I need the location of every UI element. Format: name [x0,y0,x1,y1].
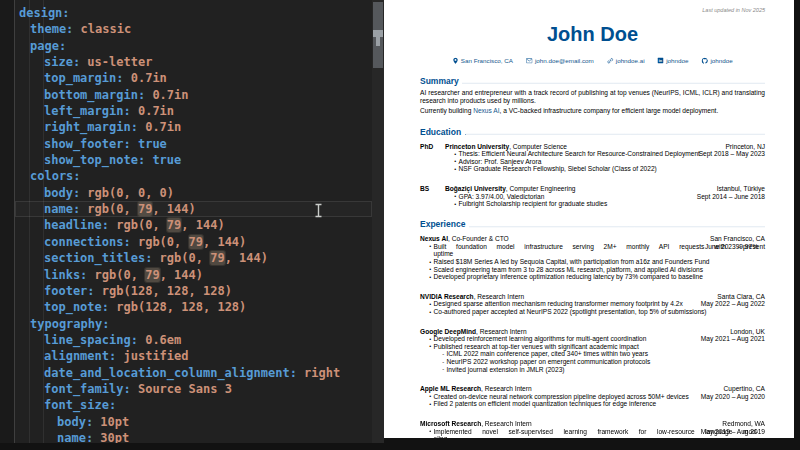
contact-linkedin[interactable]: injohndoe [658,57,689,64]
code-line[interactable]: top_margin: 0.7in [15,70,372,86]
yaml-value: 10pt [100,415,129,429]
code-line[interactable]: connections: rgb(0, 79, 144) [15,234,372,250]
yaml-key: name: [57,431,93,443]
yaml-key: show_footer: [44,137,131,151]
yaml-value: classic [81,22,132,36]
code-line[interactable]: line_spacing: 0.6em [15,332,372,348]
role-title: , Research Intern [481,420,532,428]
bullet-text: Published research at top-tier venues wi… [434,343,759,351]
bullet-item: •Filed 2 patents on efficient model quan… [427,400,758,408]
code-area[interactable]: design:theme: classicpage:size: us-lette… [15,5,372,443]
code-line[interactable]: show_top_note: true [15,152,372,168]
code-line[interactable]: alignment: justified [15,348,372,364]
company-name: Apple ML Research [420,385,481,393]
yaml-key: bottom_margin: [44,88,145,102]
yaml-value: Source Sans 3 [138,382,232,396]
yaml-key: body: [44,186,80,200]
link-icon [607,57,614,64]
yaml-key: date_and_location_column_alignment: [44,366,297,380]
scrollbar-marker [376,37,380,46]
code-line[interactable]: right_margin: 0.7in [15,119,372,135]
code-line[interactable]: body: rgb(0, 0, 0) [15,185,372,201]
editor-gutter [0,0,15,443]
contact-text: johndoe [710,57,732,64]
code-line[interactable]: typography: [15,316,372,332]
code-line[interactable]: font_family: Source Sans 3 [15,381,372,397]
summary-text: AI researcher and entrepreneur with a tr… [420,89,765,104]
bullet-text: NeurIPS 2022 workshop paper on emergent … [447,358,759,366]
bullet-text: Advisor: Prof. Sanjeev Arora [459,158,759,166]
contact-github[interactable]: johndoe [701,57,732,64]
yaml-key: show_top_note: [44,153,145,167]
code-line[interactable]: page: [15,38,372,54]
entry-location-dates: Santa Clara, CAMay 2022 – Aug 2022 [655,293,765,308]
code-line[interactable]: top_note: rgb(128, 128, 128) [15,299,372,315]
contact-text: San Francisco, CA [461,57,513,64]
entry-location-dates: San Francisco, CAJune 2023 – present [655,235,765,250]
yaml-key: top_margin: [44,71,123,85]
yaml-value: rgb(128, 128, 128) [116,300,246,314]
bullet-text: Filed 2 patents on efficient model quant… [434,400,759,408]
yaml-value: true [138,137,167,151]
code-line[interactable]: body: 10pt [15,414,372,430]
code-line[interactable]: name: 30pt [15,430,372,443]
section-rule [465,134,765,135]
bullet-item: •Developed proprietary inference optimiz… [427,273,758,281]
yaml-value: rgb(0, 79, 144) [87,202,195,216]
code-line[interactable]: size: us-letter [15,54,372,70]
scrollbar-thumb[interactable] [373,2,383,68]
yaml-key: left_margin: [44,104,131,118]
yaml-editor-pane[interactable]: design:theme: classicpage:size: us-lette… [0,0,384,443]
entry-location-dates: London, UKMay 2021 – Aug 2021 [655,327,765,342]
code-line[interactable]: left_margin: 0.7in [15,103,372,119]
find-match-highlight: 79 [210,251,224,265]
code-line[interactable]: section_titles: rgb(0, 79, 144) [15,250,372,266]
code-line[interactable]: headline: rgb(0, 79, 144) [15,217,372,233]
yaml-value: 30pt [100,431,129,443]
code-line[interactable]: date_and_location_column_alignment: righ… [15,365,372,381]
experience-entry: Redmond, WAMay 2019 – Aug 2019Microsoft … [420,420,765,438]
yaml-key: theme: [30,22,73,36]
entry-location: San Francisco, CA [655,235,765,243]
resume-name: John Doe [420,23,765,45]
yaml-key: line_spacing: [44,333,138,347]
role-title: , Research Intern [481,385,532,393]
code-line[interactable]: show_footer: true [15,136,372,152]
experience-entry: London, UKMay 2021 – Aug 2021Google Deep… [420,327,765,373]
summary-paragraph: AI researcher and entrepreneur with a tr… [420,89,765,104]
yaml-value: rgb(0, 0, 0) [87,186,174,200]
code-line[interactable]: bottom_margin: 0.7in [15,87,372,103]
code-line[interactable]: colors: [15,168,372,184]
resume-sections: SummaryAI researcher and entrepreneur wi… [420,76,765,438]
section-rule [463,83,765,84]
summary-text: Currently building [420,107,473,115]
entry-dates: May 2021 – Aug 2021 [655,335,765,343]
yaml-value: rgb(0, 79, 144) [160,251,268,265]
code-line[interactable]: font_size: [15,397,372,413]
code-line[interactable]: theme: classic [15,21,372,37]
bullet-line: eling [434,435,759,438]
yaml-key: headline: [44,218,109,232]
contact-email[interactable]: john.doe@email.com [526,57,594,64]
entry-location: Istanbul, Türkiye [655,185,765,193]
contact-website[interactable]: johndoe.ai [607,57,645,64]
code-line[interactable]: links: rgb(0, 79, 144) [15,267,372,283]
entry-dates: May 2020 – Aug 2020 [655,393,765,401]
yaml-key: page: [30,39,66,53]
entry-location: Cupertino, CA [655,385,765,393]
entry-dates: May 2022 – Aug 2022 [655,300,765,308]
company-link[interactable]: Nexus AI [473,107,499,115]
company-name: Nexus AI [420,235,448,243]
bullet-line: uptime [434,250,759,258]
yaml-value: justified [123,349,188,363]
yaml-key: name: [44,202,80,216]
editor-scrollbar[interactable] [372,0,384,443]
code-line[interactable]: design: [15,5,372,21]
code-line[interactable]: footer: rgb(128, 128, 128) [15,283,372,299]
section-title-experience: Experience [420,220,765,230]
bullet-item: •Raised $18M Series A led by Sequoia Cap… [427,258,758,266]
bullet-text: NSF Graduate Research Fellowship, Siebel… [459,165,759,173]
yaml-value: 0.7in [131,71,167,85]
yaml-value: rgb(128, 128, 128) [102,284,232,298]
resume-page: Last updated in Nov 2025 John Doe San Fr… [384,0,794,438]
